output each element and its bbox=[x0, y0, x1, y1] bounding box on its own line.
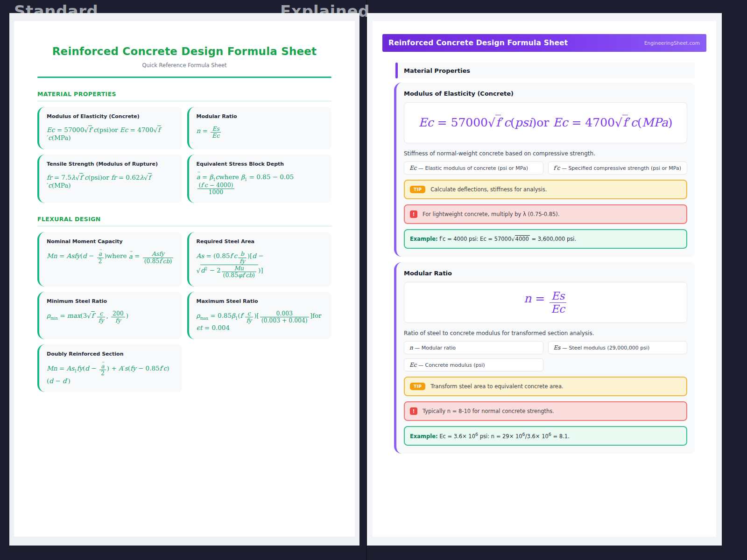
card-formula: Mn = Asfy(d − a2)where a = Asfy(0.85f′cb… bbox=[47, 251, 175, 265]
explained-card: Modulus of Elasticity (Concrete)Ec = 570… bbox=[394, 83, 695, 257]
tip-badge: TIP bbox=[410, 186, 425, 193]
left-section-heading: FLEXURAL DESIGN bbox=[37, 216, 331, 226]
card-title: Required Steel Area bbox=[197, 238, 324, 245]
example-text: Example: f′c = 4000 psi: Ec = 57000√4000… bbox=[410, 235, 576, 243]
variable-chip: Ec — Elastic modulus of concrete (psi or… bbox=[404, 161, 543, 175]
formula-display-box: Ec = 57000√f′c(psi)or Ec = 4700√f′c(MPa) bbox=[404, 102, 687, 143]
tip-box: TIPCalculate deflections, stiffness for … bbox=[404, 180, 687, 199]
formula-card: Doubly Reinforced SectionMn = As1fy(d − … bbox=[37, 344, 182, 392]
explained-header-site: EngineeringSheet.com bbox=[644, 40, 700, 46]
example-box: Example: f′c = 4000 psi: Ec = 57000√4000… bbox=[404, 229, 687, 249]
card-description: Ratio of steel to concrete modulus for t… bbox=[404, 330, 687, 336]
variable-description: — Modular ratio bbox=[413, 345, 456, 351]
card-formula: fr = 7.5λ√f′c(psi)or fr = 0.62λ√f′c(MPa) bbox=[47, 173, 175, 189]
sheet-title: Reinforced Concrete Design Formula Sheet bbox=[37, 45, 331, 57]
card-description: Stiffness of normal-weight concrete base… bbox=[404, 150, 687, 157]
formula-card: Required Steel AreaAs = (0.85f′cbfy)[d −… bbox=[187, 232, 332, 286]
warning-badge-icon: ! bbox=[410, 407, 417, 415]
variable-chip: f′c — Specified compressive strength (ps… bbox=[548, 161, 688, 175]
formula-display-box: n = EsEc bbox=[404, 282, 687, 323]
tip-box: TIPTransform steel area to equivalent co… bbox=[404, 377, 687, 396]
warning-text: Typically n = 8-10 for normal concrete s… bbox=[423, 408, 554, 414]
variable-description: — Concrete modulus (psi) bbox=[416, 362, 485, 368]
title-rule bbox=[37, 77, 331, 78]
tip-text: Calculate deflections, stiffness for ana… bbox=[430, 186, 547, 193]
card-formula: n = EsEc bbox=[524, 290, 567, 315]
sheet-subtitle: Quick Reference Formula Sheet bbox=[37, 62, 331, 69]
warning-text: For lightweight concrete, multiply by λ … bbox=[423, 211, 560, 217]
explained-card: Modular Ration = EsEcRatio of steel to c… bbox=[394, 262, 695, 454]
example-label: Example: bbox=[410, 236, 438, 242]
left-card-grid: Modulus of Elasticity (Concrete)Ec = 570… bbox=[37, 107, 331, 203]
explained-sheet: Reinforced Concrete Design Formula Sheet… bbox=[373, 21, 716, 537]
variable-chip: Ec — Concrete modulus (psi) bbox=[404, 358, 543, 371]
tip-badge: TIP bbox=[410, 383, 425, 390]
explained-header-title: Reinforced Concrete Design Formula Sheet bbox=[388, 39, 568, 47]
card-title: Equivalent Stress Block Depth bbox=[197, 161, 324, 167]
card-formula: ρmin = max(3√f′cfy, 200fy) bbox=[47, 310, 175, 324]
formula-card: Modulus of Elasticity (Concrete)Ec = 570… bbox=[37, 107, 182, 149]
left-card-grid: Nominal Moment CapacityMn = Asfy(d − a2)… bbox=[37, 232, 331, 392]
card-title: Nominal Moment Capacity bbox=[47, 238, 175, 245]
card-title: Doubly Reinforced Section bbox=[47, 351, 175, 357]
section-header: Material Properties bbox=[394, 63, 695, 78]
standard-sheet: Reinforced Concrete Design Formula Sheet… bbox=[14, 21, 355, 537]
card-title: Modulus of Elasticity (Concrete) bbox=[47, 113, 175, 119]
example-text: Example: Ec = 3.6× 106 psi: n = 29× 106/… bbox=[410, 432, 570, 440]
formula-card: Nominal Moment CapacityMn = Asfy(d − a2)… bbox=[37, 232, 182, 286]
variable-symbol: Ec bbox=[409, 362, 416, 368]
formula-card: Maximum Steel Ratioρmax = 0.85β1(f′cfy)[… bbox=[187, 292, 332, 339]
tip-text: Transform steel area to equivalent concr… bbox=[430, 383, 563, 390]
card-formula: n = EsEc bbox=[197, 126, 324, 140]
warning-box: !For lightweight concrete, multiply by λ… bbox=[404, 204, 687, 224]
standard-panel: Reinforced Concrete Design Formula Sheet… bbox=[9, 13, 359, 546]
card-title: Tensile Strength (Modulus of Rupture) bbox=[47, 161, 175, 167]
card-formula: Mn = As1fy(d − a2) + A′s(fy − 0.85f′c)(d… bbox=[47, 363, 175, 385]
warning-badge-icon: ! bbox=[410, 210, 417, 218]
card-title: Modular Ratio bbox=[404, 270, 687, 277]
card-formula: ρmax = 0.85β1(f′cfy)[0.003(0.003 + 0.004… bbox=[197, 310, 324, 332]
card-title: Minimum Steel Ratio bbox=[47, 298, 175, 304]
section-accent-bar bbox=[395, 63, 398, 78]
formula-card: Tensile Strength (Modulus of Rupture)fr … bbox=[37, 154, 182, 203]
left-section-heading: MATERIAL PROPERTIES bbox=[37, 91, 331, 101]
variable-grid: Ec — Elastic modulus of concrete (psi or… bbox=[404, 161, 687, 175]
section-header-label: Material Properties bbox=[404, 67, 470, 74]
variable-symbol: Es bbox=[554, 344, 561, 351]
card-formula: Ec = 57000√f′c(psi)or Ec = 4700√f′c(MPa) bbox=[47, 126, 175, 142]
variable-grid: n — Modular ratioEs — Steel modulus (29,… bbox=[404, 341, 687, 371]
formula-card: Minimum Steel Ratioρmin = max(3√f′cfy, 2… bbox=[37, 292, 182, 339]
card-formula: a = β1cwhere β1 = 0.85 − 0.05(f′c − 4000… bbox=[197, 173, 324, 196]
variable-symbol: f′c bbox=[554, 165, 560, 171]
card-formula: Ec = 57000√f′c(psi)or Ec = 4700√f′c(MPa) bbox=[418, 115, 672, 131]
card-formula: As = (0.85f′cbfy)[d − √d2 − 2Mu(0.85φf′c… bbox=[197, 251, 324, 279]
example-label: Example: bbox=[410, 433, 438, 440]
explained-cards: Modulus of Elasticity (Concrete)Ec = 570… bbox=[394, 83, 695, 454]
variable-description: — Steel modulus (29,000,000 psi) bbox=[560, 345, 649, 351]
variable-chip: n — Modular ratio bbox=[404, 341, 543, 354]
variable-chip: Es — Steel modulus (29,000,000 psi) bbox=[548, 341, 688, 354]
explained-panel: Reinforced Concrete Design Formula Sheet… bbox=[367, 13, 722, 546]
formula-card: Modular Ration = EsEc bbox=[187, 107, 332, 149]
variable-symbol: n bbox=[409, 344, 413, 351]
variable-symbol: Ec bbox=[409, 165, 416, 171]
card-title: Modular Ratio bbox=[197, 113, 324, 119]
example-box: Example: Ec = 3.6× 106 psi: n = 29× 106/… bbox=[404, 426, 687, 446]
warning-box: !Typically n = 8-10 for normal concrete … bbox=[404, 401, 687, 421]
variable-description: — Specified compressive strength (psi or… bbox=[560, 165, 681, 171]
card-title: Maximum Steel Ratio bbox=[197, 298, 324, 304]
explained-header-bar: Reinforced Concrete Design Formula Sheet… bbox=[382, 34, 706, 52]
formula-card: Equivalent Stress Block Deptha = β1cwher… bbox=[187, 154, 332, 203]
variable-description: — Elastic modulus of concrete (psi or MP… bbox=[416, 165, 528, 171]
card-title: Modulus of Elasticity (Concrete) bbox=[404, 90, 687, 97]
standard-sections: MATERIAL PROPERTIESModulus of Elasticity… bbox=[37, 91, 331, 392]
